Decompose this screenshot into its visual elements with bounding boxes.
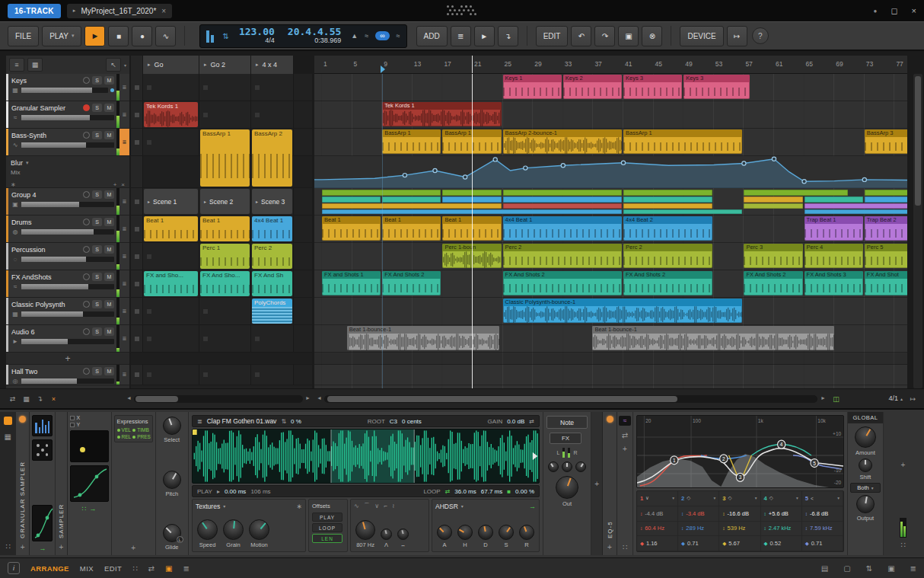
arranger-clip-keys-2[interactable]: Keys 2 [563, 75, 622, 99]
undo-button[interactable]: ↶ [571, 26, 591, 46]
waveform-display[interactable] [192, 429, 540, 484]
track-name[interactable]: Drums [11, 219, 81, 226]
eq-band-2-row-0[interactable]: 2◇▾ [678, 491, 719, 506]
edit-button[interactable]: EDIT [536, 26, 569, 46]
group-lane-segment[interactable] [623, 203, 712, 209]
track-name[interactable]: Granular Sampler [11, 104, 81, 112]
clip-slot[interactable]: ▸Scene 2 [199, 188, 251, 215]
launcher-clip-bassarp-2[interactable]: BassArp 2 [252, 129, 292, 187]
eq-band-4-row-0[interactable]: 4◇▾ [761, 491, 802, 506]
arranger-clip-4x4-beat-1[interactable]: 4x4 Beat 1 [503, 216, 622, 241]
eq-band-3-row-0[interactable]: 3◇▾ [719, 491, 760, 506]
group-lane-segment[interactable] [623, 196, 712, 203]
clear-icon[interactable]: × [47, 393, 60, 405]
sampler-add-icon[interactable]: + [59, 543, 64, 551]
mod-random-display[interactable] [32, 439, 53, 461]
arranger-clip-beat-1-bounce-1[interactable]: Beat 1-bounce-1 [592, 326, 834, 350]
solo-button[interactable]: S [92, 367, 102, 375]
follow-playback-button[interactable]: ► [474, 26, 495, 46]
eq-mode-select[interactable]: Both▾ [850, 483, 881, 493]
eq-band-3-row-3[interactable]: ◆5.67 [719, 536, 760, 551]
track-header-x[interactable]: + [6, 353, 129, 365]
clip-stop-button[interactable] [131, 101, 143, 128]
track-header-audio-6[interactable]: Audio 6SM►≣ [6, 325, 129, 353]
clip-slot[interactable] [251, 101, 294, 128]
group-lane-segment[interactable] [382, 196, 441, 203]
track-name[interactable]: FX AndShots [11, 273, 81, 281]
arranger-row-hall-two[interactable] [314, 365, 907, 385]
project-file-icon[interactable]: ▢ [843, 564, 850, 573]
scene-play-icon[interactable]: ▸ [148, 62, 151, 68]
y-mod-toggle[interactable]: Y [70, 422, 109, 427]
mod-route-icon[interactable]: → [39, 544, 46, 552]
window-indicator-icon[interactable]: ● [874, 8, 878, 14]
sample-file-name[interactable]: Clap FM Gothen 01.wav [207, 417, 277, 425]
eq-band-1-row-3[interactable]: ◆1.16 [637, 536, 678, 551]
track-menu-icon[interactable]: ≣ [119, 216, 129, 242]
knob-dial[interactable] [478, 525, 493, 540]
loop-toggle-icon[interactable]: ∞ [375, 31, 389, 40]
add-track-button[interactable]: + [65, 353, 70, 364]
volume-slider[interactable] [21, 257, 114, 262]
solo-button[interactable]: S [92, 300, 102, 308]
track-menu-icon[interactable]: ≣ [119, 298, 129, 324]
clip-slot[interactable] [143, 365, 199, 385]
launcher-clip-perc-1[interactable]: Perc 1 [200, 244, 250, 269]
offset-button-len[interactable]: LEN [312, 534, 343, 543]
clip-slot[interactable] [199, 365, 251, 385]
clip-slot[interactable] [251, 325, 294, 352]
loop-fade-value[interactable]: 0.00 % [515, 488, 534, 495]
insert-device-button[interactable]: ↦ [727, 26, 747, 46]
mute-button[interactable]: M [104, 104, 114, 112]
launcher-clip-beat-1[interactable]: Beat 1 [144, 216, 198, 241]
arranger-scroll-right-icon[interactable]: ► [820, 395, 826, 401]
automation-param-selector[interactable]: Blur▾ [11, 159, 125, 167]
eq-band-1-row-1[interactable]: ↕-4.4 dB [637, 506, 678, 522]
knob-motion[interactable]: Motion [249, 519, 269, 548]
selected-device-icon[interactable] [4, 417, 12, 425]
note-mode-selector[interactable]: Note [546, 416, 588, 429]
expression-rel[interactable]: REL [117, 434, 132, 439]
zoom-icon[interactable]: ⇄ [529, 418, 534, 425]
project-template-badge[interactable]: 16-TRACK [8, 4, 61, 18]
clip-stop-button[interactable] [131, 365, 143, 385]
track-menu-icon[interactable]: ≡ [9, 58, 24, 72]
group-lane-segment[interactable] [744, 190, 848, 196]
arranger-row-bass-synth[interactable]: BassArp 1BassArp 1BassArp 2-bounce-1Bass… [314, 129, 907, 156]
arranger-clip-keys-3[interactable]: Keys 3 [623, 75, 682, 99]
io-swap-icon[interactable]: ⇅ [866, 564, 872, 573]
vertical-scrollbar-thumb[interactable] [915, 76, 921, 206]
knob-dial[interactable] [381, 529, 392, 540]
knob-env-r[interactable]: R [519, 525, 534, 548]
play-start-value[interactable]: 0.00 ms [225, 488, 246, 495]
volume-slider[interactable] [21, 115, 114, 120]
knob-env-d[interactable]: D [478, 525, 493, 548]
arranger-row-classic-polysynth[interactable]: Classic Polysynth-bounce-1 [314, 298, 907, 325]
arranger-scroll-left-icon[interactable]: ◄ [317, 395, 322, 401]
eq-power-icon[interactable] [607, 416, 613, 423]
track-menu-icon[interactable]: ≣ [119, 129, 129, 155]
stop-all-clips-column[interactable] [131, 56, 143, 74]
arranger-scrollbar-thumb[interactable] [327, 396, 677, 402]
delete-button[interactable]: ⊗ [642, 26, 662, 46]
knob-eq-shift[interactable]: Shift [859, 458, 872, 481]
record-arm-button[interactable] [83, 219, 90, 225]
knob-filter-x[interactable]: ↔ [397, 529, 409, 548]
track-header-percussion[interactable]: PercussionSM◌≣ [6, 243, 129, 270]
eq-band-5-row-3[interactable]: ◆0.71 [802, 536, 843, 551]
volume-slider[interactable] [21, 142, 114, 148]
gain-value[interactable]: 0.0 dB [507, 418, 524, 425]
arranger-clip-perc-2[interactable]: Perc 2 [623, 244, 712, 268]
clip-slot[interactable]: BassArp 2 [251, 129, 294, 155]
record-arm-button[interactable] [83, 191, 90, 198]
knob-note-mix-2[interactable] [575, 461, 586, 472]
root-value[interactable]: C3 [390, 418, 397, 425]
launcher-scrollbar-thumb[interactable] [135, 396, 178, 402]
track-menu-icon[interactable]: ≣ [119, 243, 129, 270]
arranger-clip-fx-and-shots-3[interactable]: FX And Shots 3 [805, 271, 863, 295]
volume-slider[interactable] [21, 229, 114, 235]
volume-slider[interactable] [21, 202, 114, 207]
knob-glide[interactable]: LGlide [163, 524, 181, 551]
redo-button[interactable]: ↷ [594, 26, 615, 46]
arranger-clip-beat-1-bounce-1[interactable]: Beat 1-bounce-1 [347, 326, 499, 350]
